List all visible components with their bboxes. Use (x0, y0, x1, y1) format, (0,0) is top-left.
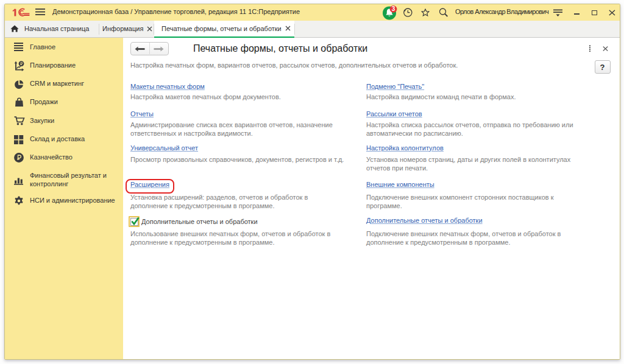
svg-text:3: 3 (392, 5, 395, 12)
